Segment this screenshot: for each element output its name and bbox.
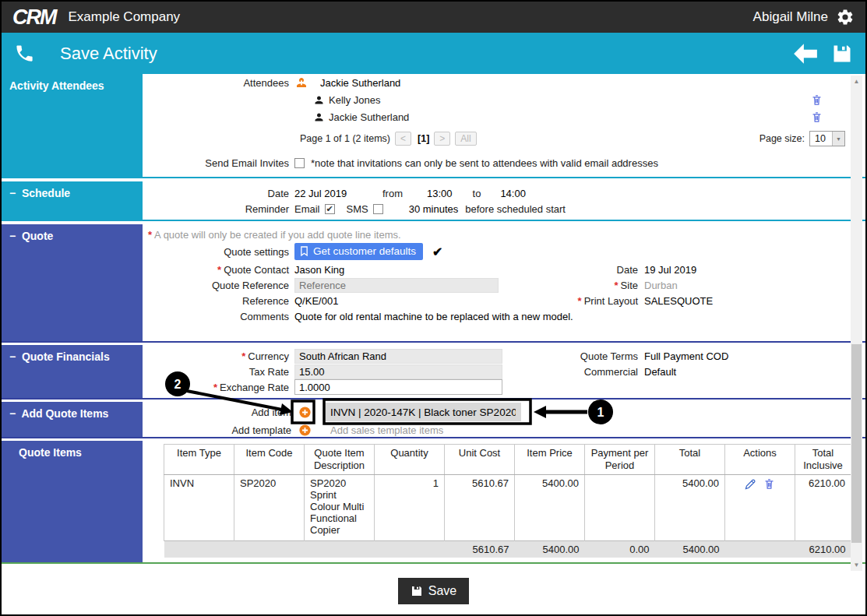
attendee-picker-value[interactable]: Jackie Sutherland (320, 77, 400, 89)
button-label: Get customer defaults (313, 245, 416, 257)
quote-reference-input[interactable] (294, 278, 499, 293)
currency-input (294, 349, 502, 364)
section-schedule: − Schedule Date 22 Jul 2019 from 13:00 t… (2, 181, 865, 221)
attendees-label: Attendees (143, 77, 294, 89)
add-item-label: Add item (143, 407, 294, 418)
scroll-up-icon[interactable]: ▲ (851, 76, 862, 87)
column-header: Quantity (375, 445, 445, 475)
date-label: Date (143, 188, 294, 199)
print-layout-label: Print Layout (584, 295, 638, 307)
quote-terms-value[interactable]: Full Payment COD (644, 350, 728, 362)
required-icon: * (217, 264, 221, 276)
column-header: Actions (725, 445, 795, 475)
section-header-add-quote-items[interactable]: − Add Quote Items (2, 402, 143, 437)
collapse-icon[interactable]: − (9, 407, 19, 420)
back-arrow-icon[interactable] (792, 42, 819, 65)
required-icon: * (578, 295, 582, 307)
delete-item-icon[interactable] (763, 477, 776, 491)
reference-row: Reference Q/KE/001 *Print Layout SALESQU… (143, 293, 848, 308)
tax-rate-label: Tax Rate (143, 366, 294, 378)
vertical-scrollbar[interactable]: ▲ ▼ (851, 76, 862, 571)
page-title: Save Activity (60, 44, 157, 64)
scrollbar-thumb[interactable] (851, 344, 862, 543)
pager-prev-button[interactable]: < (395, 132, 411, 146)
section-label: Quote Financials (22, 350, 110, 363)
crm-logo: CRM (12, 7, 56, 28)
attendee-name: Kelly Jones (329, 94, 380, 106)
reminder-minutes[interactable]: 30 minutes (409, 203, 459, 215)
print-layout-value[interactable]: SALESQUOTE (644, 295, 713, 307)
quote-contact-row: *Quote Contact Jason King Date 19 Jul 20… (143, 262, 848, 277)
table-row: INVN SP2020 SP2020 Sprint Colour Multi F… (164, 475, 851, 541)
column-header: Total Inclusive (795, 445, 851, 475)
column-header: Payment per Period (585, 445, 655, 475)
tax-rate-row: Tax Rate Commercial Default (143, 364, 848, 379)
footer: Save (2, 564, 865, 616)
add-item-input[interactable] (325, 403, 521, 421)
add-attendee-icon[interactable] (294, 76, 308, 90)
scroll-down-icon[interactable]: ▼ (851, 559, 862, 571)
reference-value[interactable]: Q/KE/001 (294, 295, 499, 307)
column-header: Total (655, 445, 725, 475)
crm-window: CRM Example Company Abigail Milne Save A… (0, 0, 867, 616)
comments-value[interactable]: Quote for old rental machine to be repla… (294, 311, 573, 322)
quote-reference-row: Quote Reference *Site Durban (143, 277, 848, 293)
tax-rate-input (294, 364, 502, 379)
date-value[interactable]: 22 Jul 2019 (294, 188, 382, 199)
send-invites-checkbox[interactable] (294, 158, 305, 168)
email-checkbox[interactable]: ✔ (325, 204, 335, 214)
quote-contact-value[interactable]: Jason King (294, 264, 499, 276)
pager-all-button[interactable]: All (455, 132, 476, 146)
sms-checkbox[interactable] (373, 204, 383, 214)
section-header-schedule[interactable]: − Schedule (2, 181, 143, 220)
section-label: Schedule (22, 187, 70, 199)
user-name[interactable]: Abigail Milne (753, 9, 828, 25)
cell-total-inclusive: 6210.00 (795, 475, 851, 541)
column-header: Unit Cost (445, 445, 515, 475)
reminder-suffix: before scheduled start (465, 203, 566, 215)
commercial-value[interactable]: Default (644, 366, 676, 378)
attendee-row: Jackie Sutherland (313, 108, 848, 125)
comments-row: Comments Quote for old rental machine to… (143, 308, 848, 324)
section-add-quote-items: − Add Quote Items Add item Add template … (2, 402, 865, 438)
column-header: Item Code (234, 445, 305, 475)
add-template-plus-icon[interactable] (298, 424, 312, 437)
section-header-quote-items[interactable]: Quote Items (2, 441, 143, 562)
page-size-select[interactable]: 10 ▼ (809, 131, 845, 146)
get-customer-defaults-button[interactable]: Get customer defaults (294, 243, 423, 260)
section-label: Quote Items (19, 446, 82, 459)
total-inclusive: 6210.00 (795, 541, 851, 558)
defaults-icon (300, 246, 308, 256)
to-time[interactable]: 14:00 (500, 188, 526, 199)
comments-label: Comments (143, 311, 294, 322)
save-button[interactable]: Save (398, 578, 469, 604)
dropdown-arrow-icon[interactable]: ▼ (832, 132, 844, 146)
collapse-icon[interactable]: − (9, 350, 19, 363)
add-item-plus-icon[interactable] (298, 406, 312, 419)
edit-pencil-icon[interactable] (744, 477, 757, 491)
pager-next-button[interactable]: > (434, 132, 450, 146)
quote-date-value[interactable]: 19 Jul 2019 (644, 264, 696, 276)
exchange-rate-input[interactable] (294, 379, 502, 395)
add-template-placeholder[interactable]: Add sales template items (330, 424, 443, 436)
cell-item-code: SP2020 (234, 475, 305, 541)
cell-unit-cost: 5610.67 (445, 475, 515, 541)
delete-attendee-icon[interactable] (810, 111, 823, 126)
section-header-activity-attendees[interactable]: Activity Attendees (2, 74, 143, 177)
collapse-icon[interactable]: − (9, 230, 19, 242)
section-header-quote-financials[interactable]: − Quote Financials (2, 345, 143, 398)
collapse-icon[interactable]: − (9, 187, 19, 199)
cell-payment-per-period (585, 475, 655, 541)
from-time[interactable]: 13:00 (427, 188, 453, 199)
page-size-label: Page size: (760, 133, 805, 144)
attendees-pager: Page 1 of 1 (2 items) < [1] > All Page s… (300, 131, 848, 146)
delete-attendee-icon[interactable] (810, 93, 823, 109)
from-label: from (382, 188, 403, 199)
total-payment-per-period: 0.00 (585, 541, 655, 558)
pager-summary: Page 1 of 1 (2 items) (300, 133, 390, 144)
section-header-quote[interactable]: − Quote (2, 224, 143, 341)
pager-current-page: [1] (418, 133, 429, 144)
save-icon[interactable] (831, 43, 853, 65)
settings-gear-icon[interactable] (836, 8, 855, 26)
column-header: Item Price (515, 445, 585, 475)
